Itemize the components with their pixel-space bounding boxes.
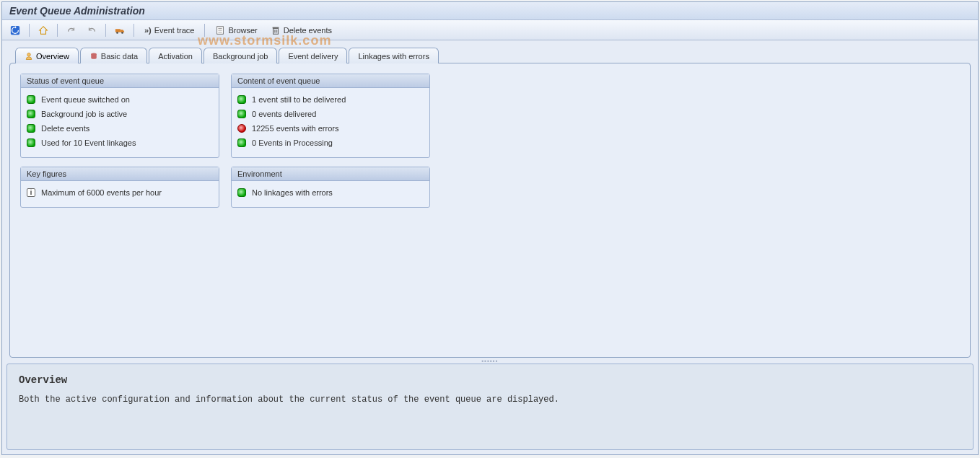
tab-linkages-with-errors[interactable]: Linkages with errors xyxy=(349,48,438,63)
group-environment: Environment No linkages with errors xyxy=(231,167,430,208)
trash-icon xyxy=(271,25,281,35)
status-text: 12255 events with errors xyxy=(252,124,338,133)
status-green-icon xyxy=(237,138,246,147)
help-heading: Overview xyxy=(19,374,961,386)
home-button[interactable] xyxy=(35,23,52,38)
redo-button[interactable] xyxy=(63,23,80,38)
status-text: Used for 10 Event linkages xyxy=(41,138,136,147)
content-area: Overview Basic data Activation Backgroun… xyxy=(2,40,978,454)
home-icon xyxy=(38,25,48,35)
tab-basic-data[interactable]: Basic data xyxy=(80,48,147,63)
tab-label: Basic data xyxy=(101,52,138,61)
tab-label: Background job xyxy=(213,52,268,61)
tab-label: Event delivery xyxy=(288,52,338,61)
status-text: 0 Events in Processing xyxy=(252,138,333,147)
toolbar-separator xyxy=(57,24,58,37)
group-status: Status of event queue Event queue switch… xyxy=(20,74,219,158)
svg-point-2 xyxy=(116,32,118,34)
status-green-icon xyxy=(237,110,246,118)
status-text: No linkages with errors xyxy=(252,188,333,197)
group-title: Content of event queue xyxy=(232,74,429,88)
status-row: i Maximum of 6000 events per hour xyxy=(27,185,213,200)
delete-events-label: Delete events xyxy=(284,26,332,35)
status-green-icon xyxy=(27,124,35,133)
event-trace-button[interactable]: ») Event trace xyxy=(139,23,199,38)
status-text: Delete events xyxy=(41,124,89,133)
undo-button[interactable] xyxy=(83,23,100,38)
browser-label: Browser xyxy=(228,26,257,35)
tab-label: Linkages with errors xyxy=(358,52,429,61)
toolbar-separator xyxy=(105,24,106,37)
toolbar-separator xyxy=(29,24,30,37)
info-icon: i xyxy=(27,188,35,197)
status-row: Used for 10 Event linkages xyxy=(27,136,213,150)
group-title: Status of event queue xyxy=(21,74,219,88)
group-title: Key figures xyxy=(21,167,219,181)
tab-panel-overview: Status of event queue Event queue switch… xyxy=(9,63,971,358)
tab-overview[interactable]: Overview xyxy=(15,48,79,63)
group-body: No linkages with errors xyxy=(232,181,429,207)
status-row: Delete events xyxy=(27,121,213,136)
tab-label: Activation xyxy=(158,52,193,61)
truck-icon xyxy=(115,25,125,35)
app-window: Event Queue Administration xyxy=(1,1,979,455)
transport-button[interactable] xyxy=(111,23,128,38)
group-body: Event queue switched on Background job i… xyxy=(21,88,219,157)
svg-rect-9 xyxy=(272,27,279,28)
refresh-button[interactable] xyxy=(6,23,24,38)
group-body: i Maximum of 6000 events per hour xyxy=(21,181,219,207)
tab-activation[interactable]: Activation xyxy=(149,48,202,63)
status-text: Event queue switched on xyxy=(41,95,130,104)
status-row: Event queue switched on xyxy=(27,92,213,107)
status-text: Maximum of 6000 events per hour xyxy=(41,188,162,197)
status-text: 0 events delivered xyxy=(252,110,316,118)
title-bar: Event Queue Administration xyxy=(2,2,978,20)
status-green-icon xyxy=(27,110,35,118)
help-panel: Overview Both the active configuration a… xyxy=(6,364,974,450)
help-body: Both the active configuration and inform… xyxy=(19,395,961,405)
status-green-icon xyxy=(27,95,35,104)
tab-event-delivery[interactable]: Event delivery xyxy=(279,48,347,63)
group-body: 1 event still to be delivered 0 events d… xyxy=(232,88,429,157)
page-title: Event Queue Administration xyxy=(9,5,971,17)
status-row: Background job is active xyxy=(27,107,213,121)
person-icon xyxy=(25,52,33,61)
toolbar-separator xyxy=(204,24,205,37)
status-row: 0 Events in Processing xyxy=(237,136,424,150)
svg-point-3 xyxy=(121,32,123,34)
delete-events-button[interactable]: Delete events xyxy=(266,23,337,38)
tab-area: Overview Basic data Activation Backgroun… xyxy=(2,40,978,358)
tab-label: Overview xyxy=(36,52,69,61)
status-green-icon xyxy=(237,95,246,104)
status-row: 1 event still to be delivered xyxy=(237,92,424,107)
group-keyfigures: Key figures i Maximum of 6000 events per… xyxy=(20,167,219,208)
group-title: Environment xyxy=(232,167,429,181)
status-green-icon xyxy=(237,188,246,197)
status-green-icon xyxy=(27,138,35,147)
status-row: 12255 events with errors xyxy=(237,121,424,136)
svg-point-13 xyxy=(27,53,31,56)
status-red-icon xyxy=(237,124,246,133)
svg-rect-1 xyxy=(115,29,121,32)
status-row: 0 events delivered xyxy=(237,107,424,121)
toolbar: ») Event trace Browser Delete events xyxy=(2,20,978,40)
status-row: No linkages with errors xyxy=(237,185,424,200)
status-text: Background job is active xyxy=(41,110,127,118)
event-trace-icon: ») xyxy=(144,26,152,35)
tab-background-job[interactable]: Background job xyxy=(204,48,277,63)
toolbar-separator xyxy=(134,24,134,37)
database-icon xyxy=(89,52,98,61)
undo-icon xyxy=(87,25,97,35)
group-content: Content of event queue 1 event still to … xyxy=(231,74,430,158)
status-text: 1 event still to be delivered xyxy=(252,95,346,104)
event-trace-label: Event trace xyxy=(154,26,195,35)
browser-button[interactable]: Browser xyxy=(210,23,262,38)
tab-strip: Overview Basic data Activation Backgroun… xyxy=(15,48,971,63)
refresh-icon xyxy=(10,25,20,35)
redo-icon xyxy=(66,25,76,35)
document-icon xyxy=(215,25,225,35)
splitter-handle[interactable]: ▪▪▪▪▪▪ xyxy=(2,358,978,364)
